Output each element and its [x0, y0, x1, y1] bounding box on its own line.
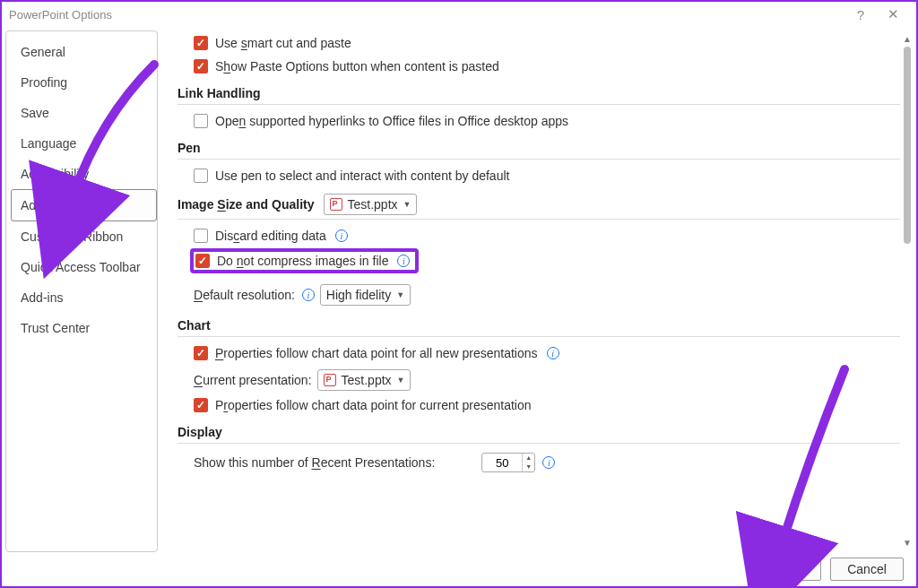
scroll-down-icon[interactable]: ▼ — [902, 538, 913, 549]
checkbox-icon[interactable] — [194, 36, 208, 50]
chevron-down-icon: ▼ — [397, 376, 405, 385]
opt-smart-cut-paste[interactable]: Use smart cut and paste — [194, 36, 900, 50]
sidebar-item-proofing[interactable]: Proofing — [12, 67, 157, 98]
powerpoint-file-icon — [324, 374, 336, 386]
sidebar-item-language[interactable]: Language — [12, 128, 157, 159]
info-icon[interactable]: i — [335, 229, 348, 242]
sidebar-item-advanced[interactable]: Advanced — [11, 189, 157, 221]
opt-open-hyperlinks[interactable]: Open supported hyperlinks to Office file… — [194, 114, 900, 128]
scroll-up-icon[interactable]: ▲ — [902, 34, 913, 45]
opt-chart-props-current[interactable]: Properties follow chart data point for c… — [194, 398, 900, 412]
sidebar-item-trust-center[interactable]: Trust Center — [12, 313, 157, 343]
opt-discard-editing[interactable]: Discard editing data i — [194, 229, 900, 243]
help-icon[interactable]: ? — [844, 7, 877, 22]
sidebar-item-quick-access[interactable]: Quick Access Toolbar — [12, 252, 157, 282]
section-link-handling: Link Handling — [178, 86, 900, 100]
checkbox-icon[interactable] — [194, 114, 208, 128]
info-icon[interactable]: i — [302, 289, 315, 301]
checkbox-icon[interactable] — [194, 398, 208, 412]
section-display: Display — [178, 425, 900, 439]
checkbox-icon[interactable] — [194, 229, 208, 243]
section-image-size: Image Size and Quality — [178, 197, 315, 212]
vertical-scrollbar[interactable]: ▲ ▼ — [902, 34, 913, 549]
row-default-resolution: Default resolution:i High fidelity ▼ — [194, 284, 900, 306]
section-chart: Chart — [178, 318, 900, 333]
category-sidebar: General Proofing Save Language Accessibi… — [5, 30, 158, 552]
recent-count-input[interactable] — [482, 456, 522, 470]
titlebar: PowerPoint Options ? ✕ — [2, 2, 916, 27]
spin-down-icon[interactable]: ▼ — [523, 463, 534, 471]
sidebar-item-customize-ribbon[interactable]: Customize Ribbon — [12, 221, 157, 252]
default-resolution-dropdown[interactable]: High fidelity ▼ — [320, 284, 411, 306]
cancel-button[interactable]: Cancel — [830, 558, 904, 581]
ok-button[interactable]: OK — [748, 558, 821, 581]
sidebar-item-accessibility[interactable]: Accessibility — [12, 159, 157, 189]
sidebar-item-addins[interactable]: Add-ins — [12, 282, 157, 313]
chevron-down-icon: ▼ — [396, 290, 404, 299]
image-quality-file-dropdown[interactable]: Test.pptx ▼ — [324, 194, 418, 215]
info-icon[interactable]: i — [397, 255, 410, 267]
opt-do-not-compress[interactable]: Do not compress images in file i — [190, 248, 419, 273]
scroll-thumb[interactable] — [904, 47, 911, 244]
checkbox-icon[interactable] — [194, 59, 208, 74]
options-content: Use smart cut and paste Show Paste Optio… — [158, 27, 916, 556]
checkbox-icon[interactable] — [195, 254, 210, 268]
recent-count-spinner[interactable]: ▲▼ — [481, 453, 535, 472]
opt-chart-props-new[interactable]: Properties follow chart data point for a… — [194, 346, 900, 360]
opt-pen-select[interactable]: Use pen to select and interact with cont… — [194, 169, 900, 183]
options-dialog: PowerPoint Options ? ✕ General Proofing … — [0, 0, 918, 588]
info-icon[interactable]: i — [547, 347, 559, 359]
window-title: PowerPoint Options — [9, 8, 112, 22]
info-icon[interactable]: i — [542, 456, 555, 469]
row-current-presentation: Current presentation: Test.pptx ▼ — [194, 369, 900, 391]
powerpoint-file-icon — [330, 198, 342, 211]
sidebar-item-general[interactable]: General — [12, 37, 157, 67]
dialog-footer: OK Cancel — [748, 558, 904, 581]
current-presentation-dropdown[interactable]: Test.pptx ▼ — [317, 369, 411, 391]
row-recent-presentations: Show this number of Recent Presentations… — [194, 453, 900, 472]
spin-up-icon[interactable]: ▲ — [523, 454, 534, 463]
opt-show-paste-options[interactable]: Show Paste Options button when content i… — [194, 59, 900, 74]
section-pen: Pen — [178, 141, 900, 155]
close-icon[interactable]: ✕ — [877, 6, 909, 22]
checkbox-icon[interactable] — [194, 169, 208, 183]
sidebar-item-save[interactable]: Save — [12, 98, 157, 128]
chevron-down-icon: ▼ — [403, 200, 411, 209]
checkbox-icon[interactable] — [194, 346, 208, 360]
